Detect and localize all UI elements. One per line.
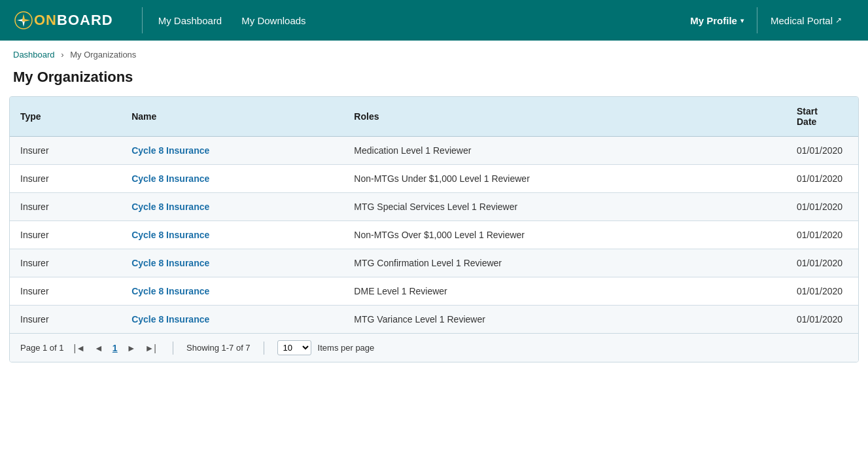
table-row: InsurerCycle 8 InsuranceDME Level 1 Revi… — [10, 277, 858, 306]
cell-start-date: 01/01/2020 — [786, 165, 858, 193]
breadcrumb: Dashboard › My Organizations — [0, 41, 868, 63]
cell-type: Insurer — [10, 221, 121, 249]
svg-marker-4 — [24, 19, 30, 22]
cell-start-date: 01/01/2020 — [786, 137, 858, 165]
cell-name: Cycle 8 Insurance — [121, 137, 343, 165]
table-row: InsurerCycle 8 InsuranceMTG Confirmation… — [10, 249, 858, 277]
cell-start-date: 01/01/2020 — [786, 221, 858, 249]
org-name-link[interactable]: Cycle 8 Insurance — [131, 173, 209, 184]
my-profile-label: My Profile — [690, 15, 737, 26]
svg-point-5 — [22, 19, 25, 22]
cell-roles: Non-MTGs Under $1,000 Level 1 Reviewer — [343, 165, 786, 193]
organizations-table: Type Name Roles StartDate InsurerCycle 8… — [10, 97, 858, 333]
header-divider-left — [142, 7, 143, 33]
org-name-link[interactable]: Cycle 8 Insurance — [131, 314, 209, 325]
header-right: My Profile ▾ Medical Portal ↗ — [677, 7, 855, 33]
col-header-start-date: StartDate — [786, 97, 858, 137]
breadcrumb-home-link[interactable]: Dashboard — [13, 50, 55, 60]
organizations-table-container: Type Name Roles StartDate InsurerCycle 8… — [9, 96, 859, 362]
svg-marker-1 — [22, 14, 25, 20]
showing-text: Showing 1-7 of 7 — [186, 343, 251, 353]
cell-roles: MTG Special Services Level 1 Reviewer — [343, 193, 786, 221]
table-row: InsurerCycle 8 InsuranceNon-MTGs Over $1… — [10, 221, 858, 249]
cell-roles: Medication Level 1 Reviewer — [343, 137, 786, 165]
cell-name: Cycle 8 Insurance — [121, 249, 343, 277]
last-page-button[interactable]: ►| — [142, 341, 160, 355]
current-page-button[interactable]: 1 — [109, 341, 121, 355]
cell-name: Cycle 8 Insurance — [121, 277, 343, 306]
next-page-button[interactable]: ► — [124, 341, 139, 355]
items-per-page-select[interactable]: 102550100 — [277, 340, 311, 355]
cell-start-date: 01/01/2020 — [786, 306, 858, 334]
org-name-link[interactable]: Cycle 8 Insurance — [131, 258, 209, 268]
org-name-link[interactable]: Cycle 8 Insurance — [131, 145, 209, 156]
cell-name: Cycle 8 Insurance — [121, 221, 343, 249]
prev-page-button[interactable]: ◄ — [91, 341, 107, 355]
cell-roles: DME Level 1 Reviewer — [343, 277, 786, 306]
breadcrumb-separator: › — [61, 50, 63, 60]
cell-name: Cycle 8 Insurance — [121, 165, 343, 193]
main-nav: My Dashboard My Downloads — [158, 15, 678, 26]
cell-roles: MTG Variance Level 1 Reviewer — [343, 306, 786, 334]
compass-logo-icon — [14, 11, 33, 29]
logo-board: BOARD — [57, 12, 113, 28]
my-profile-button[interactable]: My Profile ▾ — [677, 15, 757, 26]
table-row: InsurerCycle 8 InsuranceMedication Level… — [10, 137, 858, 165]
external-link-icon: ↗ — [835, 16, 842, 25]
col-header-roles: Roles — [343, 97, 786, 137]
cell-type: Insurer — [10, 137, 121, 165]
page-title: My Organizations — [0, 63, 868, 96]
page-info-text: Page 1 of 1 — [20, 343, 64, 353]
chevron-down-icon: ▾ — [740, 17, 744, 24]
cell-type: Insurer — [10, 306, 121, 334]
table-row: InsurerCycle 8 InsuranceMTG Variance Lev… — [10, 306, 858, 334]
pagination-separator-2 — [264, 342, 264, 355]
first-page-button[interactable]: |◄ — [71, 341, 89, 355]
cell-type: Insurer — [10, 165, 121, 193]
breadcrumb-current: My Organizations — [70, 50, 136, 60]
items-per-page-label: Items per page — [318, 343, 375, 353]
pagination-nav: |◄ ◄ 1 ► ►| — [71, 341, 160, 355]
nav-dashboard[interactable]: My Dashboard — [158, 15, 222, 26]
cell-start-date: 01/01/2020 — [786, 277, 858, 306]
org-name-link[interactable]: Cycle 8 Insurance — [131, 230, 209, 240]
logo: ONBOARD — [13, 11, 113, 29]
table-row: InsurerCycle 8 InsuranceNon-MTGs Under $… — [10, 165, 858, 193]
logo-on: ON — [34, 12, 57, 28]
medical-portal-label: Medical Portal — [771, 15, 833, 26]
pagination-separator — [173, 342, 173, 355]
cell-roles: MTG Confirmation Level 1 Reviewer — [343, 249, 786, 277]
col-header-name: Name — [121, 97, 343, 137]
table-header-row: Type Name Roles StartDate — [10, 97, 858, 137]
pagination-bar: Page 1 of 1 |◄ ◄ 1 ► ►| Showing 1-7 of 7… — [10, 333, 858, 362]
medical-portal-link[interactable]: Medical Portal ↗ — [757, 15, 855, 26]
org-name-link[interactable]: Cycle 8 Insurance — [131, 202, 209, 212]
nav-downloads[interactable]: My Downloads — [241, 15, 305, 26]
cell-start-date: 01/01/2020 — [786, 249, 858, 277]
cell-type: Insurer — [10, 249, 121, 277]
svg-marker-2 — [22, 21, 25, 27]
cell-name: Cycle 8 Insurance — [121, 193, 343, 221]
cell-type: Insurer — [10, 193, 121, 221]
svg-marker-3 — [17, 19, 23, 22]
cell-roles: Non-MTGs Over $1,000 Level 1 Reviewer — [343, 221, 786, 249]
main-header: ONBOARD My Dashboard My Downloads My Pro… — [0, 0, 868, 41]
cell-type: Insurer — [10, 277, 121, 306]
cell-name: Cycle 8 Insurance — [121, 306, 343, 334]
table-body: InsurerCycle 8 InsuranceMedication Level… — [10, 137, 858, 334]
col-header-type: Type — [10, 97, 121, 137]
org-name-link[interactable]: Cycle 8 Insurance — [131, 286, 209, 296]
cell-start-date: 01/01/2020 — [786, 193, 858, 221]
table-row: InsurerCycle 8 InsuranceMTG Special Serv… — [10, 193, 858, 221]
